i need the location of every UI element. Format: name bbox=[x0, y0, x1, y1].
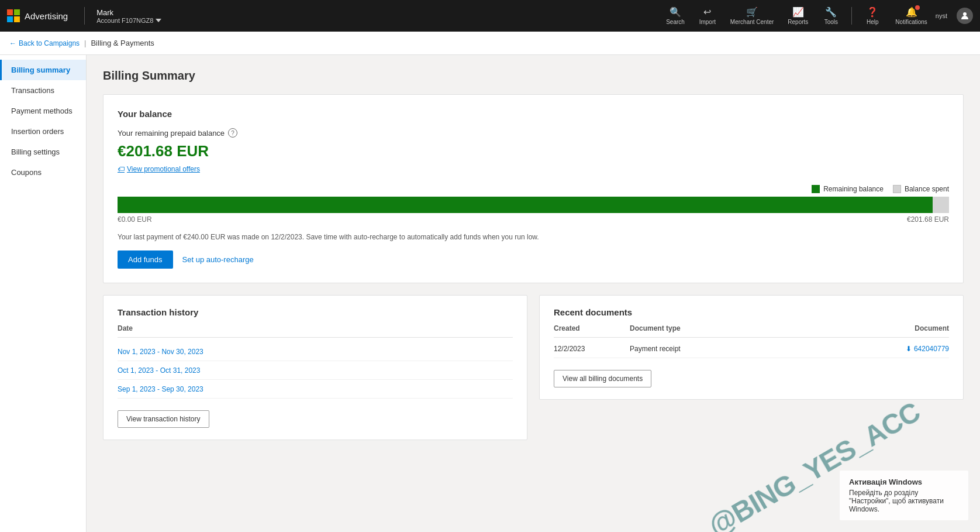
import-icon: ↩ bbox=[703, 6, 711, 18]
document-row: 12/2/2023 Payment receipt ⬇ 642040779 bbox=[554, 340, 949, 358]
balance-legend: Remaining balance Balance spent bbox=[118, 185, 949, 193]
sidebar-item-insertion-orders[interactable]: Insertion orders bbox=[0, 121, 86, 142]
merchant-center-action[interactable]: 🛒 Merchant Center bbox=[724, 4, 779, 28]
activation-title: Активація Windows bbox=[849, 478, 959, 486]
nyst-label: nyst bbox=[936, 12, 947, 19]
legend-spent: Balance spent bbox=[893, 185, 949, 193]
merchant-icon: 🛒 bbox=[746, 6, 758, 18]
top-navigation: Advertising Mark Account F107NGZ8 🔍 Sear… bbox=[0, 0, 980, 32]
action-buttons-row: Add funds Set up auto-recharge bbox=[118, 250, 949, 269]
notification-badge: 🔔 bbox=[906, 6, 917, 18]
progress-container: €0.00 EUR €201.68 EUR bbox=[118, 197, 949, 224]
help-label: Help bbox=[867, 19, 879, 25]
documents-title: Recent documents bbox=[554, 307, 949, 317]
progress-max-label: €201.68 EUR bbox=[907, 215, 949, 224]
activation-banner: Активація Windows Перейдіть до розділу "… bbox=[840, 471, 968, 520]
sidebar-item-billing-summary[interactable]: Billing summary bbox=[0, 60, 86, 80]
notifications-action[interactable]: 🔔 Notifications bbox=[889, 4, 933, 28]
sidebar-item-transactions[interactable]: Transactions bbox=[0, 80, 86, 101]
main-layout: Billing summary Transactions Payment met… bbox=[0, 55, 980, 532]
microsoft-logo bbox=[7, 9, 20, 22]
page-title: Billing Summary bbox=[103, 69, 964, 83]
table-row: Sep 1, 2023 - Sep 30, 2023 bbox=[118, 380, 513, 399]
back-arrow-icon: ← bbox=[9, 39, 16, 47]
merchant-label: Merchant Center bbox=[730, 19, 774, 25]
import-action[interactable]: ↩ Import bbox=[693, 4, 722, 28]
reports-icon: 📈 bbox=[792, 6, 804, 18]
add-funds-button[interactable]: Add funds bbox=[118, 250, 173, 269]
transaction-date-header: Date bbox=[118, 324, 513, 338]
balance-card: Your balance Your remaining prepaid bala… bbox=[103, 94, 964, 283]
progress-bar-fill bbox=[118, 197, 933, 213]
breadcrumb-separator: | bbox=[84, 39, 86, 47]
search-label: Search bbox=[666, 19, 685, 25]
user-name: Mark bbox=[96, 8, 161, 17]
back-to-campaigns-link[interactable]: ← Back to Campaigns bbox=[9, 39, 80, 47]
promo-link[interactable]: 🏷 View promotional offers bbox=[118, 165, 949, 173]
sidebar: Billing summary Transactions Payment met… bbox=[0, 55, 87, 532]
main-content: Billing Summary Your balance Your remain… bbox=[87, 55, 980, 532]
reports-label: Reports bbox=[788, 19, 808, 25]
notification-dot bbox=[915, 5, 920, 10]
balance-help-icon[interactable]: ? bbox=[228, 128, 237, 138]
legend-remaining: Remaining balance bbox=[812, 185, 884, 193]
documents-header: Created Document type Document bbox=[554, 324, 949, 338]
tools-action[interactable]: 🔧 Tools bbox=[816, 4, 846, 28]
transaction-row-2[interactable]: Oct 1, 2023 - Oct 31, 2023 bbox=[118, 366, 200, 375]
activation-body: Перейдіть до розділу "Настройки", щоб ак… bbox=[849, 489, 959, 513]
balance-card-title: Your balance bbox=[118, 109, 949, 119]
progress-labels: €0.00 EUR €201.68 EUR bbox=[118, 215, 949, 224]
tag-icon: 🏷 bbox=[118, 165, 125, 173]
legend-spent-label: Balance spent bbox=[905, 185, 949, 193]
tools-icon: 🔧 bbox=[825, 6, 837, 18]
nav-divider-1 bbox=[84, 7, 85, 25]
created-header: Created bbox=[554, 324, 630, 332]
back-label: Back to Campaigns bbox=[19, 39, 80, 47]
user-info: Mark Account F107NGZ8 bbox=[96, 8, 161, 24]
brand-name: Advertising bbox=[25, 11, 68, 21]
svg-point-0 bbox=[963, 12, 967, 16]
doc-download-link[interactable]: ⬇ 642040779 bbox=[906, 345, 949, 353]
account-selector[interactable]: Account F107NGZ8 bbox=[96, 17, 161, 24]
table-row: Nov 1, 2023 - Nov 30, 2023 bbox=[118, 342, 513, 361]
search-action[interactable]: 🔍 Search bbox=[660, 4, 691, 28]
legend-remaining-label: Remaining balance bbox=[823, 185, 884, 193]
logo-area[interactable]: Advertising bbox=[7, 9, 68, 22]
notifications-label: Notifications bbox=[895, 19, 927, 25]
sidebar-item-payment-methods[interactable]: Payment methods bbox=[0, 101, 86, 121]
transaction-col: Transaction history Date Nov 1, 2023 - N… bbox=[103, 295, 527, 440]
breadcrumb-bar: ← Back to Campaigns | Billing & Payments bbox=[0, 32, 980, 55]
tools-label: Tools bbox=[824, 19, 838, 25]
document-header: Document bbox=[915, 324, 949, 332]
view-all-billing-docs-button[interactable]: View all billing documents bbox=[554, 370, 651, 387]
transaction-title: Transaction history bbox=[118, 307, 513, 317]
balance-label-row: Your remaining prepaid balance ? bbox=[118, 128, 949, 138]
help-icon: ❓ bbox=[867, 6, 878, 18]
two-col-section: Transaction history Date Nov 1, 2023 - N… bbox=[103, 295, 964, 440]
import-label: Import bbox=[699, 19, 716, 25]
user-avatar[interactable] bbox=[957, 8, 973, 24]
help-action[interactable]: ❓ Help bbox=[858, 4, 887, 28]
doc-type-header: Document type bbox=[630, 324, 915, 332]
nav-divider-2 bbox=[851, 7, 852, 25]
transaction-row-3[interactable]: Sep 1, 2023 - Sep 30, 2023 bbox=[118, 385, 203, 393]
sidebar-item-coupons[interactable]: Coupons bbox=[0, 162, 86, 183]
transaction-row-1[interactable]: Nov 1, 2023 - Nov 30, 2023 bbox=[118, 348, 203, 356]
documents-card: Recent documents Created Document type D… bbox=[539, 295, 964, 400]
progress-min-label: €0.00 EUR bbox=[118, 215, 152, 224]
search-icon: 🔍 bbox=[670, 6, 681, 18]
table-row: Oct 1, 2023 - Oct 31, 2023 bbox=[118, 361, 513, 380]
sidebar-item-billing-settings[interactable]: Billing settings bbox=[0, 142, 86, 162]
reports-action[interactable]: 📈 Reports bbox=[782, 4, 814, 28]
legend-gray-swatch bbox=[893, 185, 901, 193]
nav-actions: 🔍 Search ↩ Import 🛒 Merchant Center 📈 Re… bbox=[660, 4, 973, 28]
balance-label-text: Your remaining prepaid balance bbox=[118, 129, 225, 138]
payment-info-text: Your last payment of €240.00 EUR was mad… bbox=[118, 233, 949, 241]
legend-green-swatch bbox=[812, 185, 820, 193]
view-transaction-history-button[interactable]: View transaction history bbox=[118, 410, 209, 428]
download-icon: ⬇ bbox=[906, 345, 912, 353]
doc-created-date: 12/2/2023 bbox=[554, 345, 630, 353]
auto-recharge-link[interactable]: Set up auto-recharge bbox=[182, 255, 254, 264]
doc-type-value: Payment receipt bbox=[630, 345, 906, 353]
balance-amount: €201.68 EUR bbox=[118, 142, 949, 160]
